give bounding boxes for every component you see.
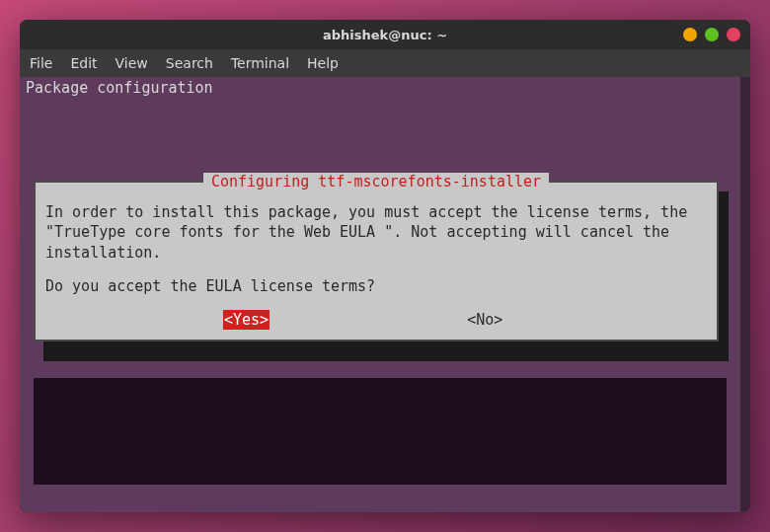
- terminal-window: abhishek@nuc: ~ File Edit View Search Te…: [20, 20, 750, 512]
- dialog-title-wrap: Configuring ttf-mscorefonts-installer: [36, 173, 717, 190]
- menu-search[interactable]: Search: [166, 55, 213, 71]
- dialog-prompt: Do you accept the EULA license terms?: [45, 276, 707, 296]
- bottom-shadow: [34, 378, 727, 485]
- menu-bar: File Edit View Search Terminal Help: [20, 49, 750, 77]
- button-row: <Yes> <No>: [45, 310, 707, 330]
- close-button[interactable]: [727, 28, 740, 41]
- menu-terminal[interactable]: Terminal: [231, 55, 289, 71]
- scrollbar[interactable]: [740, 77, 750, 512]
- window-title: abhishek@nuc: ~: [323, 28, 447, 42]
- menu-edit[interactable]: Edit: [70, 55, 97, 71]
- menu-file[interactable]: File: [30, 55, 52, 71]
- yes-button[interactable]: <Yes>: [223, 310, 270, 330]
- minimize-button[interactable]: [683, 28, 697, 41]
- dialog-text: In order to install this package, you mu…: [45, 202, 707, 263]
- terminal-body: Package configuration Configuring ttf-ms…: [20, 77, 750, 512]
- eula-dialog: Configuring ttf-mscorefonts-installer In…: [34, 181, 719, 342]
- menu-view[interactable]: View: [116, 55, 148, 71]
- no-button[interactable]: <No>: [467, 310, 502, 330]
- dialog-body: In order to install this package, you mu…: [45, 196, 707, 330]
- dialog-title: Configuring ttf-mscorefonts-installer: [203, 173, 549, 190]
- title-bar: abhishek@nuc: ~: [20, 20, 750, 49]
- package-config-header: Package configuration: [20, 77, 750, 99]
- window-controls: [683, 28, 740, 41]
- maximize-button[interactable]: [705, 28, 719, 41]
- menu-help[interactable]: Help: [307, 55, 339, 71]
